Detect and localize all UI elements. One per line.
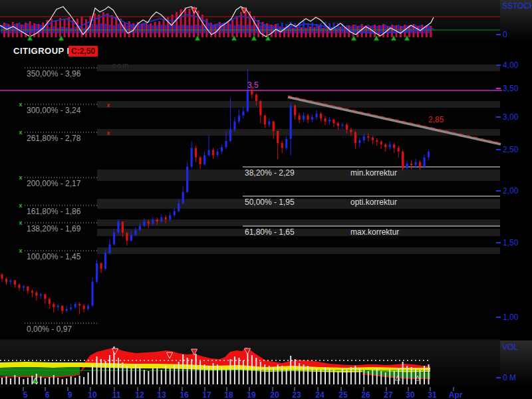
- svg-text:x: x: [19, 174, 22, 181]
- trading-chart-window: xxxxxxxx CITIGROUP INC C:2,50 ..........…: [0, 0, 532, 399]
- chart-canvas[interactable]: xxxxxxxx: [0, 0, 532, 399]
- svg-text:x: x: [19, 101, 22, 108]
- svg-text:x: x: [106, 130, 110, 136]
- svg-text:x: x: [19, 202, 22, 209]
- date-axis-ticks: [23, 387, 454, 391]
- svg-text:x: x: [19, 219, 22, 226]
- svg-text:x: x: [19, 129, 22, 136]
- svg-text:x: x: [106, 102, 110, 108]
- svg-text:x: x: [19, 247, 22, 254]
